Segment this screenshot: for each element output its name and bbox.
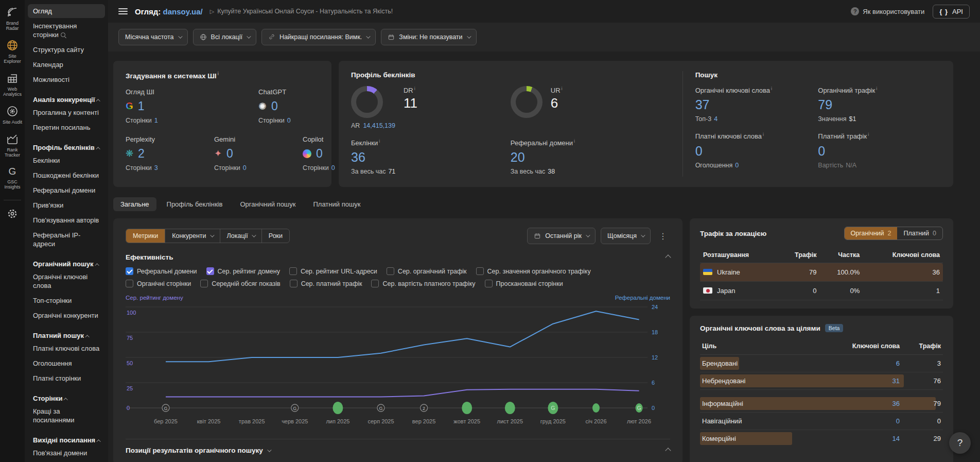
paid-keywords-count-link[interactable]: 0 [695,144,818,159]
info-icon[interactable]: i [218,71,219,76]
paid-toggle[interactable]: Платний0 [897,227,942,239]
checkbox-avg-url-rating[interactable]: Сер. рейтинг URL-адреси [289,267,377,275]
sidebar-section-organic-search[interactable]: Органічний пошук [28,258,105,270]
how-to-use-link[interactable]: ? Як використовувати [851,7,924,15]
sidebar-item-overview[interactable]: Огляд [28,4,105,18]
sidebar-item-link-intersect[interactable]: Перетин посилань [28,121,105,134]
tab-backlink-profile[interactable]: Профіль беклінків [160,197,230,211]
granularity-dropdown[interactable]: Щомісяця [601,228,651,244]
table-row-japan[interactable]: Japan 0 0% 1 [700,282,943,300]
keywords-count-link[interactable]: 36 [843,400,900,407]
sidebar-section-pages[interactable]: Сторінки [28,392,105,404]
info-icon[interactable]: i [562,86,563,91]
pages-count-link[interactable]: 3 [154,164,158,172]
info-icon[interactable]: i [876,86,877,91]
changes-dropdown[interactable]: Зміни: Не показувати [381,29,476,45]
tab-general[interactable]: Загальне [113,197,156,211]
checkbox-avg-paid-traffic[interactable]: Сер. платний трафік [290,280,362,287]
locations-segment[interactable]: Локації [220,229,261,243]
organic-keywords-count-link[interactable]: 37 [695,97,818,112]
keywords-count-link[interactable]: 14 [843,435,900,442]
intent-row-branded[interactable]: Брендовані 6 3 [700,355,943,372]
table-row-ukraine[interactable]: Ukraine 79 100.0% 36 [700,263,943,282]
sidebar-item-linked-domains[interactable]: Пов'язані домени [28,446,105,460]
checkbox-crawled-pages[interactable]: Проскановані сторінки [485,280,563,287]
help-fab-button[interactable]: ? [949,432,971,454]
intent-row-informational[interactable]: Інформаційні 36 79 [700,395,943,413]
years-segment[interactable]: Роки [261,229,289,243]
checkbox-avg-organic-traffic-value[interactable]: Сер. значення органічного трафіку [476,267,591,275]
api-button[interactable]: { } API [933,5,970,19]
collapse-section-icon[interactable] [665,448,671,453]
refdomains-count-link[interactable]: 20 [511,150,670,165]
pages-count-link[interactable]: 0 [287,117,291,124]
hamburger-menu-icon[interactable] [118,7,128,16]
sidebar-item-backlinks[interactable]: Беклінки [28,153,105,167]
sidebar-item-paid-keywords[interactable]: Платні ключові слова [28,341,105,355]
pages-count-link[interactable]: 1 [154,117,158,124]
rail-item-settings[interactable] [0,208,25,220]
keywords-count-link[interactable]: 31 [843,377,900,385]
competitors-segment[interactable]: Конкуренти [165,229,219,243]
top3-value-link[interactable]: 4 [714,115,717,123]
performance-line-chart[interactable]: 025507510006121824бер 2025квіт 2025трав … [126,303,670,431]
intent-row-commercial[interactable]: Комерційні 14 29 [700,430,943,447]
locations-dropdown[interactable]: Всі локації [193,29,256,45]
sidebar-item-site-structure[interactable]: Структура сайту [28,43,105,57]
paid-traffic-count-link[interactable]: 0 [818,144,941,159]
right-axis-label[interactable]: Реферальні домени [615,295,670,301]
period-dropdown[interactable]: Останній рік [527,228,596,244]
info-icon[interactable]: i [868,132,869,137]
keywords-count-link[interactable]: 6 [843,360,900,367]
sidebar-section-competitive-analysis[interactable]: Аналіз конкуренції [28,94,105,106]
frequency-dropdown[interactable]: Місячна частота [118,29,188,45]
sidebar-item-opportunities[interactable]: Можливості [28,73,105,87]
backlinks-count-link[interactable]: 36 [351,150,511,165]
info-icon[interactable]: i [414,86,415,91]
sidebar-item-broken-backlinks[interactable]: Пошкоджені беклінки [28,168,105,182]
collapse-section-icon[interactable] [665,254,671,260]
info-icon[interactable]: i [763,132,764,137]
pages-count-link[interactable]: 0 [243,164,247,172]
rail-item-site-audit[interactable]: Site Audit [0,105,25,125]
rail-item-rank-tracker[interactable]: Rank Tracker [0,133,25,158]
sidebar-item-anchors[interactable]: Прив'язки [28,198,105,212]
sidebar-item-organic-competitors[interactable]: Органічні конкуренти [28,309,105,322]
sidebar-item-ads[interactable]: Оголошення [28,356,105,370]
intent-row-nonbranded[interactable]: Небрендовані 31 76 [700,372,943,390]
tab-paid-search[interactable]: Платний пошук [306,197,367,211]
sidebar-item-paid-pages[interactable]: Платні сторінки [28,371,105,385]
checkbox-avg-organic-traffic[interactable]: Сер. органічний трафік [387,267,467,275]
sidebar-item-top-pages[interactable]: Топ-сторінки [28,294,105,307]
rail-item-gsc-insights[interactable]: G GSC Insights [0,166,25,190]
rail-item-site-explorer[interactable]: Site Explorer [0,39,25,64]
ads-value-link[interactable]: 0 [735,162,739,169]
positions-section-title[interactable]: Позиції результатів органічного пошуку [126,447,270,454]
rail-item-web-analytics[interactable]: Web Analytics [0,72,25,97]
ar-value-link[interactable]: 14,415,139 [363,122,395,129]
sidebar-section-paid-search[interactable]: Платний пошук [28,330,105,341]
keywords-count-link[interactable]: 0 [843,417,900,425]
rail-item-brand-radar[interactable]: Brand Radar [0,6,25,31]
sidebar-item-calendar[interactable]: Календар [28,58,105,72]
info-icon[interactable]: i [379,139,380,144]
sidebar-section-outgoing-links[interactable]: Вихідні посилання [28,434,105,446]
kebab-menu-icon[interactable]: ⋮ [656,231,670,241]
sidebar-item-author-linking[interactable]: Пов'язування авторів [28,213,105,227]
intent-row-navigational[interactable]: Навігаційний 0 0 [700,413,943,430]
organic-traffic-count-link[interactable]: 79 [818,97,941,112]
sidebar-item-organic-keywords[interactable]: Органічні ключові слова [28,270,105,293]
keywords-count-link[interactable]: 36 [863,263,943,282]
info-icon[interactable]: i [574,139,575,144]
keywords-count-link[interactable]: 1 [863,282,943,300]
organic-toggle[interactable]: Органічний2 [845,227,898,239]
sidebar-item-content-gap[interactable]: Прогалина у контенті [28,106,105,119]
sidebar-item-best-by-links[interactable]: Кращі за посиланнями [28,404,105,427]
sidebar-item-referring-ips[interactable]: Реферальні IP-адреси [28,228,105,251]
checkbox-avg-paid-traffic-cost[interactable]: Сер. вартість платного трафіку [371,280,475,287]
checkbox-avg-domain-rating[interactable]: Сер. рейтинг домену [206,267,280,275]
sidebar-item-page-inspect[interactable]: Інспектування сторінки [28,19,105,42]
checkbox-referring-domains[interactable]: Реферальні домени [126,267,197,275]
best-links-dropdown[interactable]: Найкращі посилання: Вимк. [261,29,376,45]
tab-organic-search[interactable]: Органічний пошук [233,197,303,211]
